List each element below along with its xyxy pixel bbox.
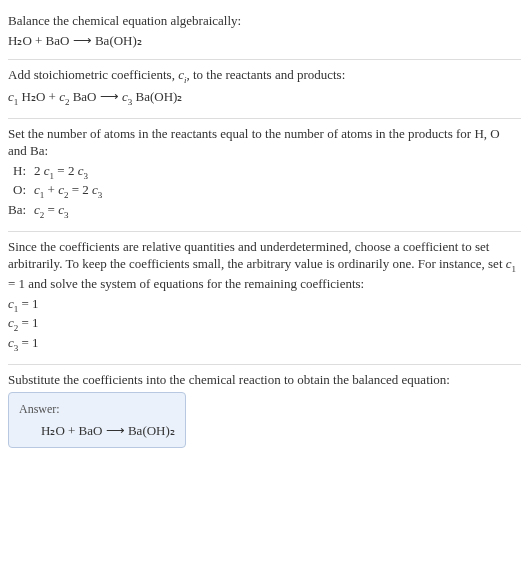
text-frag: = 1: [18, 335, 38, 350]
c-sub: 3: [83, 170, 88, 180]
text-frag: Since the coefficients are relative quan…: [8, 239, 506, 272]
text-frag: = 2: [54, 163, 78, 178]
table-row: O: c1 + c2 = 2 c3: [8, 181, 102, 201]
text-frag: BaO ⟶: [69, 89, 122, 104]
atom-balance-table: H: 2 c1 = 2 c3 O: c1 + c2 = 2 c3 Ba: c2 …: [8, 162, 102, 221]
text-frag: = 1: [18, 315, 38, 330]
c-sub: 1: [512, 264, 517, 274]
text-frag: +: [44, 182, 58, 197]
coeff-values: c1 = 1 c2 = 1 c3 = 1: [8, 295, 521, 354]
add-coeffs-text: Add stoichiometric coefficients, ci, to …: [8, 66, 521, 86]
coeff-value: c2 = 1: [8, 314, 521, 334]
element-label: Ba:: [8, 201, 34, 221]
answer-label: Answer:: [19, 401, 175, 417]
c-sub: 3: [64, 210, 69, 220]
section-prompt: Balance the chemical equation algebraica…: [8, 6, 521, 60]
coeff-value: c1 = 1: [8, 295, 521, 315]
text-frag: = 1 and solve the system of equations fo…: [8, 276, 364, 291]
text-frag: Ba(OH)₂: [132, 89, 182, 104]
unbalanced-equation: H₂O + BaO ⟶ Ba(OH)₂: [8, 32, 521, 50]
section-add-coeffs: Add stoichiometric coefficients, ci, to …: [8, 60, 521, 118]
text-frag: 2: [34, 163, 44, 178]
section-answer: Substitute the coefficients into the che…: [8, 365, 521, 458]
element-label: O:: [8, 181, 34, 201]
coeff-value: c3 = 1: [8, 334, 521, 354]
c-sub: 3: [98, 190, 103, 200]
text-frag: Add stoichiometric coefficients,: [8, 67, 178, 82]
balance-eqn: 2 c1 = 2 c3: [34, 162, 102, 182]
text-frag: , to the reactants and products:: [186, 67, 345, 82]
solve-text: Since the coefficients are relative quan…: [8, 238, 521, 293]
substitute-text: Substitute the coefficients into the che…: [8, 371, 521, 389]
balance-eqn: c2 = c3: [34, 201, 102, 221]
text-frag: = 1: [18, 296, 38, 311]
table-row: H: 2 c1 = 2 c3: [8, 162, 102, 182]
balance-eqn: c1 + c2 = 2 c3: [34, 181, 102, 201]
prompt-text: Balance the chemical equation algebraica…: [8, 12, 521, 30]
balanced-equation: H₂O + BaO ⟶ Ba(OH)₂: [19, 418, 175, 440]
atom-balance-text: Set the number of atoms in the reactants…: [8, 125, 521, 160]
section-atom-balance: Set the number of atoms in the reactants…: [8, 119, 521, 232]
coeff-equation: c1 H₂O + c2 BaO ⟶ c3 Ba(OH)₂: [8, 88, 521, 108]
text-frag: H₂O +: [18, 89, 59, 104]
answer-box: Answer: H₂O + BaO ⟶ Ba(OH)₂: [8, 392, 186, 448]
text-frag: = 2: [68, 182, 92, 197]
table-row: Ba: c2 = c3: [8, 201, 102, 221]
element-label: H:: [8, 162, 34, 182]
section-solve: Since the coefficients are relative quan…: [8, 232, 521, 365]
text-frag: =: [44, 202, 58, 217]
